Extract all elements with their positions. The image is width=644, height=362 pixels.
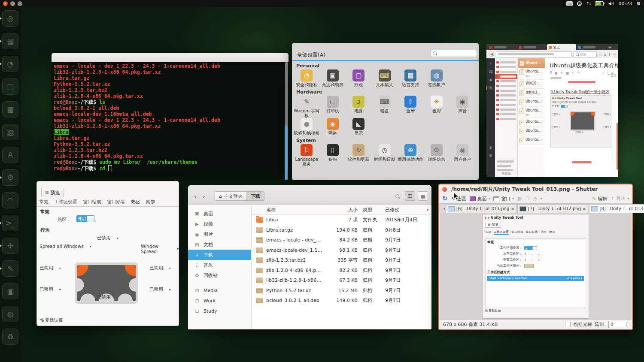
col-size[interactable]: 大小 (326, 207, 360, 213)
settings-item-time-date[interactable]: ◷时间和日期 (372, 144, 398, 166)
sidebar-item-drive[interactable]: ⊡Media (188, 285, 251, 296)
network-indicator-icon[interactable]: ↑↓ (586, 0, 591, 7)
star-icon[interactable]: ☆ (598, 52, 602, 57)
table-row[interactable]: bcloud_3.8.2-1_all.deb149.0 KB归档9月7日 (252, 296, 431, 306)
panel-clock[interactable]: 00:23 (618, 1, 632, 6)
dropdown-right-bottom[interactable]: 已禁用 (149, 287, 171, 293)
noteapp-folder-0[interactable] (495, 60, 517, 65)
launcher-item-libreoffice-writer[interactable]: ▢ (2, 78, 18, 95)
dropdown-right-mid[interactable]: 已禁用 (149, 265, 171, 271)
settings-item-bluetooth[interactable]: ᛒ蓝牙 (398, 96, 424, 118)
browser-tab-2[interactable]: 笔记 (547, 44, 577, 50)
table-row[interactable]: emacs-locale-dev_1.16beta_all.deb98.1 KB… (252, 245, 431, 256)
article-red-link-2[interactable] (572, 161, 592, 163)
settings-item-security[interactable]: ◔安全和隐私 (294, 69, 320, 87)
hotcorner-toggle[interactable]: 开启 (76, 215, 94, 222)
grid-view-button[interactable]: ▦ (418, 191, 428, 201)
sidebar-item-videos[interactable]: ▶视频 (188, 219, 251, 229)
settings-item-backup[interactable]: ▯备份 (320, 144, 346, 166)
settings-item-mouse[interactable]: ●鼠标和触摸板 (294, 118, 320, 136)
overview-button[interactable]: ▦预览 (41, 188, 64, 197)
browser-tab-3[interactable] (577, 44, 606, 50)
launcher-item-libreoffice-impress[interactable]: ▧ (2, 124, 18, 140)
sidebar-item-downloads[interactable]: ↓下载 (188, 250, 251, 260)
noteapp-search-icon[interactable]: ⌕ (486, 61, 495, 66)
dropdown-top[interactable]: 已禁用 (97, 235, 118, 241)
settings-item-accessibility[interactable]: ⊕通用辅助功能 (398, 144, 424, 166)
shutter-tab-0[interactable]: [6] - Unity T...ol_011.png× (446, 204, 516, 213)
launcher-item-browser2[interactable]: ◍ (2, 306, 18, 322)
launcher-item-unity-tweak-tool[interactable]: ✎ (2, 260, 18, 277)
settings-item-keyboard[interactable]: ⌨键盘 (372, 96, 398, 118)
note-card-4[interactable]: Ubuntu简…4H · (518, 107, 545, 118)
noteapp-folder-10[interactable] (495, 107, 517, 112)
settings-item-software-updates[interactable]: ↻软件和更新 (346, 144, 372, 166)
italic-icon[interactable]: ▣ (555, 71, 558, 75)
close-button[interactable] (442, 187, 447, 192)
launcher-item-system-settings[interactable]: ⚙ (2, 169, 18, 186)
settings-item-sound[interactable]: ◉声音 (450, 96, 476, 118)
table-row[interactable]: Libra7 项文件夹2015年1月4日 (252, 215, 431, 225)
launcher-item-software-center[interactable]: A (2, 147, 18, 163)
table-row[interactable]: Python-3.5.2.tar.xz15.2 MB归档9月7日 (252, 286, 431, 296)
shutter-tab-2[interactable]: [8] - Unity T...ol_013.png× (589, 204, 644, 213)
web-version-link[interactable]: 网页版 (495, 170, 517, 177)
section-tool-icon[interactable]: ▦ (517, 196, 522, 202)
undo-icon[interactable]: ↶ (571, 71, 574, 75)
dropdown-left-bottom[interactable]: 已禁用 (39, 287, 61, 293)
noteapp-folder-11[interactable] (495, 112, 517, 117)
launcher-item-libreoffice-calc[interactable]: ▦ (2, 101, 18, 118)
redo-capture-icon[interactable]: ↻ (442, 195, 448, 202)
tooltip-tool-icon[interactable]: ❐ (525, 196, 529, 202)
settings-item-appearance[interactable]: ▢外观 (346, 69, 372, 87)
table-icon[interactable]: ▦ (566, 71, 569, 75)
sidebar-item-trash[interactable]: ♻回收站 (188, 270, 251, 281)
noteapp-folder-8[interactable] (495, 98, 517, 103)
note-card-5[interactable]: Ubuntu技… (518, 118, 545, 127)
launcher-item-dash-home[interactable]: ◎ (2, 10, 18, 27)
sort-arrow-icon[interactable]: ▾ (424, 208, 431, 212)
noteapp-folder-4[interactable] (495, 79, 517, 84)
include-cursor-checkbox[interactable] (565, 322, 571, 327)
web-tool-icon[interactable]: ◔ (533, 196, 537, 202)
redo-icon[interactable]: ↷ (577, 71, 580, 75)
noteapp-folder-7[interactable] (495, 93, 517, 98)
fcitx-indicator-icon[interactable] (577, 0, 582, 7)
noteapp-tags-icon[interactable]: ◈ (486, 78, 495, 82)
article-scrollbar[interactable] (617, 123, 618, 170)
shutter-tab-1[interactable]: [7] - Unity T...ol_012.png× (517, 204, 588, 213)
noteapp-folders-icon[interactable]: ▤ (486, 69, 495, 74)
launcher-item-files[interactable]: ▤ (2, 33, 18, 49)
article-heading[interactable]: 6.Unity Tweak Tool的一些小特效 (550, 89, 609, 95)
breadcrumb-home[interactable]: ⌂主文件夹 (215, 191, 247, 201)
terminal-scrollbar[interactable] (285, 62, 288, 172)
col-name[interactable]: 名称 (266, 207, 326, 213)
settings-item-user-accounts[interactable]: ◉用户账户 (450, 144, 476, 166)
noteapp-settings-icon[interactable]: ⚙ (486, 154, 495, 158)
settings-item-landscape[interactable]: LLandscape 服务 (294, 144, 320, 166)
bold-icon[interactable]: B (550, 71, 552, 75)
col-type[interactable]: 类型 (360, 207, 383, 213)
panel-close-button[interactable]: × (3, 1, 8, 6)
delay-spinner[interactable]: 0 (608, 321, 628, 328)
dropdown-right-top[interactable]: Window Spread (141, 244, 179, 254)
note-list-header[interactable]: Ubuntu超… (518, 58, 545, 68)
settings-search-input[interactable] (431, 50, 477, 57)
sidebar-item-pictures[interactable]: ◉图片 (188, 229, 251, 239)
note-card-2[interactable]: 虚拟机|中… (518, 89, 545, 98)
launcher-item-terminal[interactable]: >_ (2, 215, 18, 231)
terminal-titlebar[interactable] (52, 53, 289, 62)
sidebar-item-desktop[interactable]: ▣桌面 (188, 208, 251, 219)
note-card-7[interactable]: Ubuntu安… (518, 136, 545, 145)
noteapp-edit-icon[interactable]: ✎ (486, 86, 495, 90)
settings-item-color[interactable]: ✳色彩 (424, 96, 450, 118)
browser-tab-0[interactable] (488, 44, 517, 50)
dropdown-left-mid[interactable]: 已禁用 (39, 265, 61, 271)
browser-tab-1[interactable] (517, 44, 547, 50)
expand-icon[interactable]: ⤢ (601, 71, 604, 75)
noteapp-folder-9[interactable] (495, 103, 517, 107)
settings-item-printers[interactable]: ▭打印机 (320, 96, 346, 118)
table-row[interactable]: Libra.tar.gz194.0 KB归档9月8日 (252, 225, 431, 235)
new-tab-button[interactable]: + (606, 44, 614, 50)
table-row[interactable]: zlib-1.2.3.tar.bz2335 字节归档9月7日 (252, 255, 431, 265)
